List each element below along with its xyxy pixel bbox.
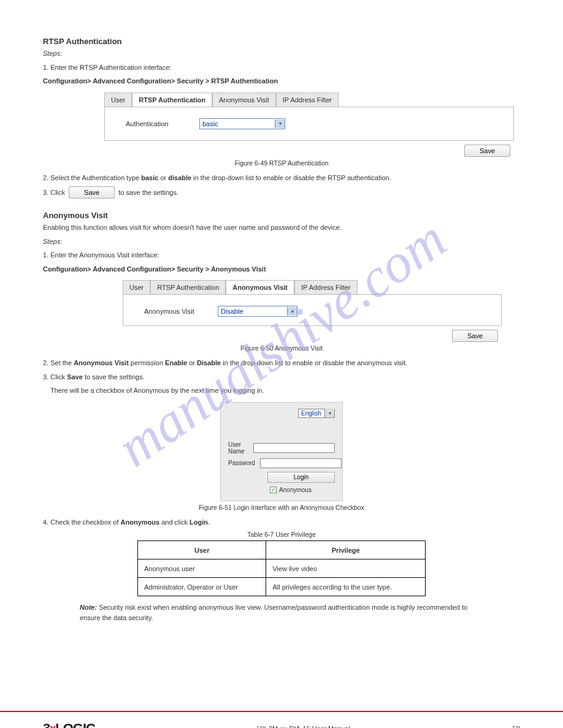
tab-ip-address-filter-2[interactable]: IP Address Filter xyxy=(294,280,358,294)
tab-anonymous-visit-2[interactable]: Anonymous Visit xyxy=(226,280,294,294)
table-header-user: User xyxy=(138,541,266,559)
rtsp-tab-panel: User RTSP Authentication Anonymous Visit… xyxy=(104,93,514,157)
privilege-table: User Privilege Anonymous user View live … xyxy=(137,540,426,596)
save-button-fig1[interactable]: Save xyxy=(464,145,510,157)
anonymous-visit-label: Anonymous Visit xyxy=(144,308,212,315)
anonymous-visit-value: Disable xyxy=(221,308,243,315)
rtsp-heading: RTSP Authentication xyxy=(43,37,520,46)
manual-title: VX-2M-xx-RIA-16 User Manual xyxy=(258,725,351,728)
figure-caption-3: Figure 6-51 Login Interface with an Anon… xyxy=(43,504,520,511)
step-2-3-post: There will be a checkbox of Anonymous by… xyxy=(50,385,520,396)
table-cell: View live video xyxy=(266,559,426,578)
anonymous-visit-select[interactable]: Disable ▾ xyxy=(218,306,297,317)
anonymous-checkbox-label: Anonymous xyxy=(279,487,312,493)
tab-rtsp-authentication[interactable]: RTSP Authentication xyxy=(132,93,212,107)
step-2-2: 2. Set the Anonymous Visit permission En… xyxy=(43,358,520,368)
note-paragraph: Note: Security risk exist when enabling … xyxy=(80,602,489,623)
table-cell: Anonymous user xyxy=(138,559,266,578)
tab-user-2[interactable]: User xyxy=(123,280,150,294)
login-button[interactable]: Login xyxy=(267,472,335,483)
save-button-fig2[interactable]: Save xyxy=(452,330,498,342)
table-header-privilege: Privilege xyxy=(266,541,426,559)
language-value: English xyxy=(301,410,321,417)
tab-anonymous-visit[interactable]: Anonymous Visit xyxy=(212,93,276,107)
steps-intro-1: Steps: xyxy=(43,48,520,59)
table-row: Anonymous user View live video xyxy=(138,559,426,578)
figure-caption-2: Figure 6-50 Anonymous Visit xyxy=(43,344,520,352)
figure-caption-1: Figure 6-49 RTSP Authentication xyxy=(43,159,520,167)
brand-logo: 3xLOGIC xyxy=(43,721,95,728)
username-label: User Name xyxy=(228,441,248,455)
tab-ip-address-filter[interactable]: IP Address Filter xyxy=(276,93,339,107)
table-row: Administrator, Operator or User All priv… xyxy=(138,578,426,596)
table-caption: Table 6-7 User Privilege xyxy=(43,531,520,538)
tab-user[interactable]: User xyxy=(104,93,132,107)
anonymous-tab-panel: User RTSP Authentication Anonymous Visit… xyxy=(123,280,502,342)
step-1-1: 1. Enter the RTSP Authentication interfa… xyxy=(43,63,520,73)
password-input[interactable] xyxy=(260,458,342,468)
anonymous-checkbox[interactable]: ✓ xyxy=(270,487,277,493)
language-select[interactable]: English ▾ xyxy=(298,409,335,418)
anonymous-heading: Anonymous Visit xyxy=(43,211,520,220)
step-2-3: 3. Click Save to save the settings. xyxy=(43,372,520,382)
chevron-down-icon: ▾ xyxy=(275,119,285,128)
step-2-4: 4. Check the checkbox of Anonymous and c… xyxy=(43,517,520,528)
page-number: 58 xyxy=(513,725,520,728)
table-header-row: User Privilege xyxy=(138,541,426,559)
table-cell: All privileges according to the user typ… xyxy=(266,578,426,596)
save-button-inline[interactable]: Save xyxy=(69,186,115,199)
nav-path-1: Configuration> Advanced Configuration> S… xyxy=(43,76,520,86)
authentication-select[interactable]: basic ▾ xyxy=(199,118,285,129)
nav-path-2: Configuration> Advanced Configuration> S… xyxy=(43,264,520,275)
anonymous-intro: Enabling this function allows visit for … xyxy=(43,222,520,233)
chevron-down-icon: ▾ xyxy=(287,307,297,316)
tab-rtsp-authentication-2[interactable]: RTSP Authentication xyxy=(150,280,226,294)
password-label: Password xyxy=(228,460,255,466)
step-1-3: 3. Click Save to save the settings. xyxy=(43,186,520,199)
authentication-value: basic xyxy=(202,120,218,127)
table-cell: Administrator, Operator or User xyxy=(138,578,266,596)
username-input[interactable] xyxy=(253,443,335,453)
login-panel: English ▾ User Name Password Login ✓ Ano… xyxy=(220,402,343,501)
steps-intro-2: Steps: xyxy=(43,237,520,247)
chevron-down-icon: ▾ xyxy=(324,409,334,417)
authentication-label: Authentication xyxy=(126,120,193,127)
step-2-1: 1. Enter the Anonymous Visit interface: xyxy=(43,250,520,260)
step-1-2: 2. Select the Authentication type basic … xyxy=(43,173,520,183)
